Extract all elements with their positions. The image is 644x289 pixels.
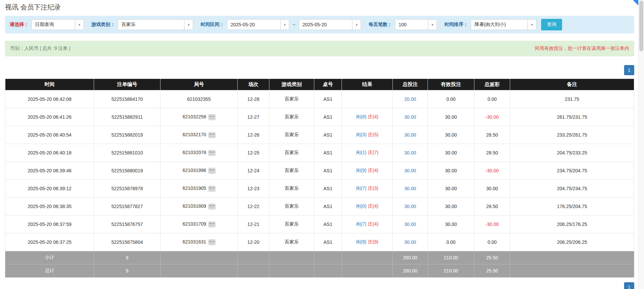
total-bet-link[interactable]: 20.00 (404, 96, 416, 102)
cell-remark: 261.75/231.75 (510, 108, 634, 126)
cell-payout: -30.00 (474, 108, 510, 126)
total-bet-link[interactable]: 30.00 (404, 132, 416, 138)
cell-valid-bet: 30.00 (428, 126, 474, 144)
page-1-button[interactable]: 1 (624, 65, 634, 75)
table-row: 2025-05-20 06:39:46 522515880019 6210319… (5, 162, 634, 180)
subtotal-payout: 25.50 (474, 251, 510, 264)
cell-round: 621032170 (160, 126, 238, 144)
corner-fold-icon (633, 0, 638, 5)
chevron-down-icon: ▾ (527, 20, 536, 30)
cell-table: AS1 (314, 215, 342, 233)
cell-payout: -30.00 (474, 162, 510, 180)
round-number: 621031631 (182, 239, 206, 244)
cell-session: 12-23 (238, 180, 269, 198)
page-1-button[interactable]: 1 (624, 282, 634, 289)
page-title: 视讯 会员下注纪录 (5, 3, 634, 12)
cell-payout: 28.50 (474, 144, 510, 162)
result-player: 闲(9) (356, 168, 367, 173)
game-replay-icon[interactable] (208, 239, 215, 245)
round-number: 621031809 (182, 203, 206, 209)
cell-remark: 233.25/261.75 (510, 126, 634, 144)
page-size-select[interactable]: 100 ▾ (395, 19, 437, 30)
game-replay-icon[interactable] (208, 132, 215, 138)
total-bet-link[interactable]: 30.00 (404, 168, 416, 173)
cell-total-bet: 30.00 (393, 215, 428, 233)
sort-select[interactable]: 降幂(由大到小) ▾ (471, 19, 536, 30)
game-replay-icon[interactable] (208, 114, 215, 120)
cell-table: AS1 (314, 144, 342, 162)
total-bet-link[interactable]: 30.00 (404, 150, 416, 155)
game-type-label: 游戏类别： (91, 22, 115, 28)
cell-session: 12-20 (238, 233, 269, 251)
bets-table: 时间 注单编号 局号 场次 游戏类别 桌号 结果 总投注 有效投注 总派彩 备注… (5, 79, 634, 278)
result-banker: 庄(9) (368, 239, 378, 244)
game-type-select[interactable]: 百家乐 ▾ (118, 19, 193, 30)
total-bet-link[interactable]: 30.00 (404, 222, 416, 227)
cell-result: 闲(7)庄(3) (342, 180, 393, 198)
cell-table: AS1 (314, 180, 342, 198)
cell-game-type: 百家乐 (269, 108, 314, 126)
game-replay-icon[interactable] (208, 186, 215, 192)
cell-payout: 28.50 (474, 198, 510, 215)
cell-result: 闲(8)庄(4) (342, 108, 393, 126)
cell-time: 2025-05-20 06:41:26 (5, 108, 94, 126)
cell-valid-bet: 30.00 (428, 180, 474, 198)
cell-session: 12-22 (238, 198, 269, 215)
cell-total-bet: 30.00 (393, 162, 428, 180)
cell-time: 2025-05-20 06:40:18 (5, 144, 94, 162)
date-to-select[interactable]: 2025-05-20 ▾ (299, 19, 361, 30)
cell-result: 闲(7)庄(4) (342, 215, 393, 233)
cell-result: 闲(3)庄(5) (342, 126, 393, 144)
chevron-down-icon: ▾ (75, 20, 84, 30)
cell-game-type: 百家乐 (269, 144, 314, 162)
table-row: 2025-05-20 06:39:12 522515878978 6210319… (5, 180, 634, 198)
cell-round: 621031905 (160, 180, 238, 198)
cell-remark: 204.75/234.75 (510, 180, 634, 198)
round-number: 621032078 (182, 150, 206, 155)
game-replay-icon[interactable] (208, 204, 215, 209)
search-button[interactable]: 查询 (541, 19, 562, 30)
cell-game-type: 百家乐 (269, 126, 314, 144)
cell-time: 2025-05-20 06:37:25 (5, 233, 94, 251)
game-replay-icon[interactable] (208, 168, 215, 174)
cell-round: 621032078 (160, 144, 238, 162)
subtotal-label: 小计 (5, 251, 94, 264)
sort-label: 时间排序： (444, 22, 468, 28)
scrollbar-thumb[interactable] (639, 1, 643, 51)
total-bet-link[interactable]: 30.00 (404, 204, 416, 209)
col-header-table: 桌号 (314, 79, 342, 90)
subtotal-empty (160, 251, 238, 264)
vertical-scrollbar[interactable] (638, 0, 644, 289)
cell-remark: 234.75/204.75 (510, 162, 634, 180)
table-body: 2025-05-20 06:42:08 522515884170 6210323… (5, 90, 634, 251)
cell-remark: 231.75 (510, 90, 634, 108)
total-row: 总计 9 260.00 210.00 25.50 (5, 264, 634, 278)
total-empty (342, 264, 393, 278)
game-replay-icon[interactable] (208, 150, 215, 156)
cell-game-type: 百家乐 (269, 215, 314, 233)
cell-payout: 0.00 (474, 90, 510, 108)
table-header: 时间 注单编号 局号 场次 游戏类别 桌号 结果 总投注 有效投注 总派彩 备注 (5, 79, 634, 90)
cell-result: 闲(9)庄(9) (342, 233, 393, 251)
cell-valid-bet: 0.00 (428, 233, 474, 251)
col-header-total-bet: 总投注 (393, 79, 428, 90)
result-player: 闲(7) (356, 221, 367, 227)
query-type-select[interactable]: 日期查询 ▾ (31, 19, 84, 30)
game-replay-icon[interactable] (208, 222, 215, 227)
cell-total-bet: 30.00 (393, 144, 428, 162)
cell-table: AS1 (314, 162, 342, 180)
chevron-down-icon: ▾ (280, 20, 289, 30)
chevron-down-icon: ▾ (184, 20, 193, 30)
cell-bet-id: 522515875804 (94, 233, 160, 251)
total-bet-link[interactable]: 30.00 (404, 186, 416, 191)
cell-time: 2025-05-20 06:39:12 (5, 180, 94, 198)
result-player: 闲(1) (356, 150, 367, 155)
cell-payout: -30.00 (474, 215, 510, 233)
cell-time: 2025-05-20 06:39:46 (5, 162, 94, 180)
total-bet-link[interactable]: 30.00 (404, 239, 416, 245)
result-player: 闲(3) (356, 132, 367, 137)
total-bet-link[interactable]: 30.00 (404, 114, 416, 120)
round-number: 621031905 (182, 185, 206, 191)
date-from-select[interactable]: 2025-05-20 ▾ (227, 19, 289, 30)
cell-bet-id: 522515880019 (94, 162, 160, 180)
